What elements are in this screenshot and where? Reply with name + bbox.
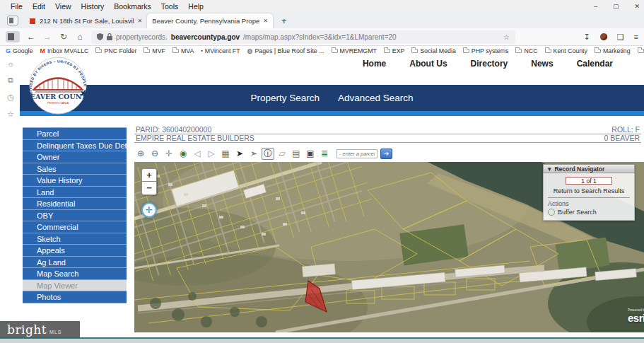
bookmark-folder-mvf[interactable]: MVF bbox=[144, 47, 165, 54]
bookmark-blue-roof[interactable]: ◍Pages | Blue Roof Site ... bbox=[247, 47, 324, 54]
bookmark-mvincent[interactable]: ▪MVincent FT bbox=[201, 47, 240, 54]
return-to-search-results-link[interactable]: Return to Search Results bbox=[546, 187, 631, 194]
tab-close-icon[interactable]: ✕ bbox=[138, 18, 143, 24]
sidebar-item-commercial[interactable]: Commercial bbox=[23, 221, 127, 233]
print-icon[interactable]: ▤ bbox=[290, 148, 303, 160]
sidebar-item-land[interactable]: Land bbox=[23, 187, 127, 199]
nav-news[interactable]: News bbox=[531, 59, 553, 69]
bookmark-star-icon[interactable]: ☆ bbox=[503, 33, 510, 41]
bookmark-google[interactable]: GGoogle bbox=[6, 47, 33, 54]
previous-extent-icon[interactable]: ◁ bbox=[191, 148, 204, 160]
lock-icon bbox=[107, 33, 112, 40]
bookmark-folder-php[interactable]: PHP systems bbox=[463, 47, 509, 54]
record-position-input[interactable] bbox=[566, 177, 612, 185]
sidebar-item-owner[interactable]: Owner bbox=[23, 151, 127, 163]
buffer-search-link[interactable]: Buffer Search bbox=[558, 209, 597, 216]
overview-map-icon[interactable]: ▦ bbox=[219, 148, 232, 160]
star-icon[interactable]: ☆ bbox=[7, 110, 14, 119]
sidebar-item-photos[interactable]: Photos bbox=[23, 291, 127, 303]
folder-icon bbox=[95, 49, 102, 53]
map-pan-compass[interactable]: ✛ bbox=[141, 202, 157, 218]
sidebar-item-delinquent-taxes[interactable]: Delinquent Taxes Due Detail bbox=[23, 140, 127, 152]
bookmark-folder-training[interactable]: Training bbox=[638, 47, 644, 54]
close-button[interactable]: ✕ bbox=[634, 3, 640, 10]
menu-file[interactable]: File bbox=[6, 2, 28, 11]
bookmark-folder-social[interactable]: Social Media bbox=[411, 47, 455, 54]
parcel-id-input[interactable] bbox=[336, 149, 377, 158]
sidebar-toggle-icon[interactable] bbox=[6, 31, 20, 42]
forward-icon[interactable]: → bbox=[42, 32, 52, 42]
menu-view[interactable]: View bbox=[50, 2, 76, 11]
nav-about-us[interactable]: About Us bbox=[409, 59, 447, 69]
sidebar-item-map-search[interactable]: Map Search bbox=[23, 268, 127, 280]
menu-edit[interactable]: Edit bbox=[28, 2, 50, 11]
menu-bookmarks[interactable]: Bookmarks bbox=[109, 2, 156, 11]
reload-icon[interactable]: ↻ bbox=[59, 32, 69, 42]
sidebar-item-oby[interactable]: OBY bbox=[23, 210, 127, 222]
bookmark-inbox[interactable]: MInbox MVALLC bbox=[40, 47, 88, 54]
select-pointer-icon[interactable]: ➤ bbox=[233, 148, 246, 160]
buffer-search-icon[interactable] bbox=[548, 209, 555, 216]
bookmark-folder-mvremgmt[interactable]: MVREMGMT bbox=[332, 47, 377, 54]
nav-advanced-search[interactable]: Advanced Search bbox=[338, 93, 414, 103]
nav-property-search[interactable]: Property Search bbox=[250, 93, 320, 103]
nav-calendar[interactable]: Calendar bbox=[577, 59, 613, 69]
record-navigator-header[interactable]: ▼ Record Navigator bbox=[543, 164, 635, 173]
minimize-button[interactable]: – bbox=[594, 3, 597, 10]
pan-icon[interactable]: ✛ bbox=[163, 148, 175, 160]
go-button[interactable]: ➔ bbox=[380, 149, 392, 159]
sidebar-item-sales[interactable]: Sales bbox=[23, 163, 127, 175]
sidebar-item-map-viewer[interactable]: Map Viewer bbox=[23, 280, 127, 292]
back-icon[interactable]: ← bbox=[26, 32, 36, 42]
tab-realtor-listing[interactable]: 212 N 18th St For Sale, Louisvil ✕ bbox=[24, 13, 147, 28]
sparkle-icon[interactable]: ☼ bbox=[7, 59, 14, 68]
tab-close-icon[interactable]: ✕ bbox=[263, 18, 268, 24]
maximize-button[interactable]: ▢ bbox=[613, 3, 619, 10]
new-tab-button[interactable]: + bbox=[281, 16, 287, 26]
zoom-out-icon[interactable]: ⊖ bbox=[148, 148, 161, 160]
sidebar-item-ag-land[interactable]: Ag Land bbox=[23, 257, 127, 269]
zoom-in-icon[interactable]: ⊕ bbox=[134, 148, 147, 160]
taskbar-edge bbox=[0, 339, 644, 343]
sidebar-item-appeals[interactable]: Appeals bbox=[23, 245, 127, 257]
shield-icon[interactable] bbox=[97, 33, 103, 40]
menu-history[interactable]: History bbox=[76, 2, 110, 11]
extension-icon[interactable] bbox=[600, 33, 607, 40]
full-extent-icon[interactable]: ◉ bbox=[177, 148, 189, 160]
layers-icon[interactable]: ≣ bbox=[318, 148, 331, 160]
bookmark-folder-exp[interactable]: EXP bbox=[384, 47, 405, 54]
tabs-icon[interactable]: ⧉ bbox=[8, 76, 13, 85]
esri-attribution: Powered by esri bbox=[628, 308, 644, 324]
menu-help[interactable]: Help bbox=[183, 2, 209, 11]
app-menu-icon[interactable]: ≡ bbox=[634, 33, 638, 41]
sidebar-item-residential[interactable]: Residential bbox=[23, 198, 127, 210]
bookmark-folder-pnc[interactable]: PNC Folder bbox=[95, 47, 136, 54]
nav-home[interactable]: Home bbox=[363, 59, 386, 69]
menu-tools[interactable]: Tools bbox=[156, 2, 184, 11]
measure-icon[interactable]: ▱ bbox=[276, 148, 288, 160]
map-viewport[interactable]: + − ✛ ▼ Record Navigator Return to Searc… bbox=[134, 162, 644, 332]
sidebar-item-sketch[interactable]: Sketch bbox=[23, 233, 127, 245]
bookmark-folder-mva[interactable]: MVA bbox=[172, 47, 194, 54]
map-zoom-in-button[interactable]: + bbox=[141, 168, 157, 182]
home-icon[interactable]: ⌂ bbox=[75, 32, 85, 42]
sidebar-item-value-history[interactable]: Value History bbox=[23, 175, 127, 187]
info-icon[interactable]: ⓘ bbox=[262, 148, 274, 160]
sidebar-item-parcel[interactable]: Parcel bbox=[23, 128, 127, 140]
next-extent-icon[interactable]: ▷ bbox=[205, 148, 218, 160]
firefox-view-icon[interactable] bbox=[7, 16, 18, 25]
history-clock-icon[interactable]: ◷ bbox=[7, 93, 14, 102]
extensions-puzzle-icon[interactable]: ❑ bbox=[617, 33, 624, 42]
url-bar[interactable]: propertyrecords.beavercountypa.gov/maps/… bbox=[91, 30, 515, 44]
bookmark-folder-ncc[interactable]: NCC bbox=[515, 47, 537, 54]
identify-pointer-icon[interactable]: ➣ bbox=[247, 148, 260, 160]
export-icon[interactable]: ▣ bbox=[304, 148, 317, 160]
tab-beaver-county[interactable]: Beaver County, Pennsylvania Prope ✕ bbox=[147, 13, 273, 28]
nav-directory[interactable]: Directory bbox=[471, 59, 508, 69]
bookmark-folder-marketing[interactable]: Marketing bbox=[595, 47, 631, 54]
downloads-icon[interactable]: ↧ bbox=[583, 33, 590, 42]
bookmark-label: Pages | Blue Roof Site ... bbox=[254, 47, 324, 54]
map-zoom-out-button[interactable]: − bbox=[141, 182, 157, 195]
bookmark-folder-kent[interactable]: Kent County bbox=[545, 47, 587, 54]
collapse-chevron-icon[interactable]: ▼ bbox=[546, 165, 552, 173]
